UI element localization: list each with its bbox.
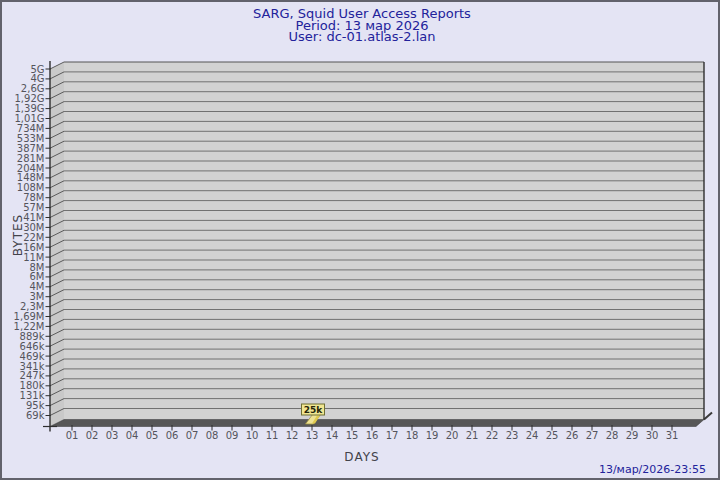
x-axis-tick-label: 08 — [206, 430, 219, 441]
x-axis-tick-label: 11 — [266, 430, 279, 441]
x-axis-tick-label: 10 — [246, 430, 259, 441]
x-axis-tick-label: 24 — [526, 430, 539, 441]
x-axis-tick-label: 04 — [126, 430, 139, 441]
x-axis-tick-label: 09 — [226, 430, 239, 441]
x-axis-tick-label: 17 — [386, 430, 399, 441]
x-axis-tick-label: 29 — [626, 430, 639, 441]
plot-area — [64, 62, 704, 420]
footer-timestamp: 13/мар/2026-23:55 — [599, 463, 706, 476]
x-axis-tick-label: 30 — [646, 430, 659, 441]
x-axis-tick-label: 01 — [66, 430, 79, 441]
y-axis-tick-label: 69k — [26, 410, 45, 421]
x-axis-tick-label: 31 — [666, 430, 679, 441]
x-axis-tick-label: 15 — [346, 430, 359, 441]
x-axis-tick-label: 18 — [406, 430, 419, 441]
x-axis-tick-label: 20 — [446, 430, 459, 441]
x-axis-tick-label: 06 — [166, 430, 179, 441]
x-axis-tick-label: 14 — [326, 430, 339, 441]
x-axis-tick-label: 23 — [506, 430, 519, 441]
x-axis-tick-label: 02 — [86, 430, 99, 441]
floor-depth-edge — [704, 413, 712, 420]
x-axis-tick-label: 27 — [586, 430, 599, 441]
y-axis-title: BYTES — [11, 204, 25, 266]
x-axis-tick-label: 03 — [106, 430, 119, 441]
chart-frame: 5G4G2,6G1,92G1,39G1,01G734M533M387M281M2… — [0, 0, 720, 480]
x-axis-tick-label: 28 — [606, 430, 619, 441]
x-axis-tick-label: 16 — [366, 430, 379, 441]
bar-value-label: 25k — [304, 405, 324, 415]
x-axis-tick-label: 07 — [186, 430, 199, 441]
x-axis-tick-label: 05 — [146, 430, 159, 441]
chart-canvas: 5G4G2,6G1,92G1,39G1,01G734M533M387M281M2… — [2, 2, 720, 480]
x-axis-tick-label: 25 — [546, 430, 559, 441]
x-axis-tick-label: 26 — [566, 430, 579, 441]
x-axis-tick-label: 12 — [286, 430, 299, 441]
chart-user: User: dc-01.atlas-2.lan — [2, 31, 720, 43]
x-axis-tick-label: 19 — [426, 430, 439, 441]
floor — [50, 420, 704, 427]
x-axis-title: DAYS — [327, 450, 397, 464]
x-axis-tick-label: 13 — [306, 430, 319, 441]
x-axis-tick-label: 22 — [486, 430, 499, 441]
x-axis-tick-label: 21 — [466, 430, 479, 441]
